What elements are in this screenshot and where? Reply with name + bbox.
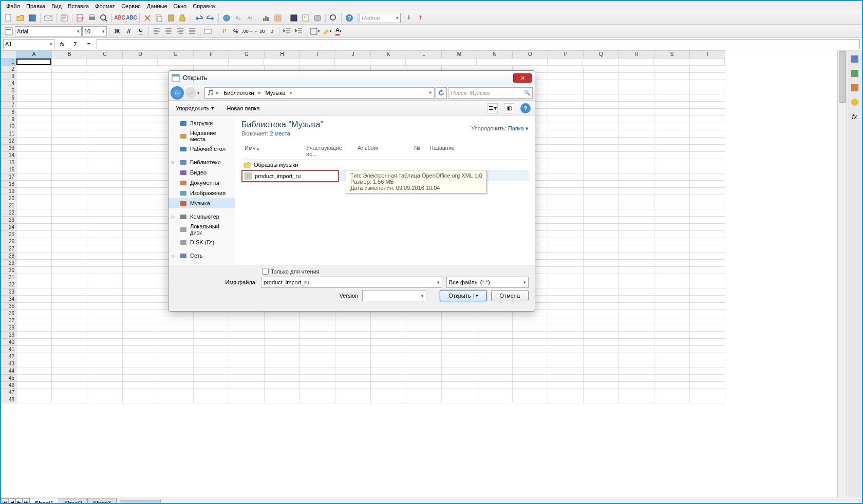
- underline-button[interactable]: Ч: [135, 26, 146, 37]
- cell[interactable]: [123, 181, 158, 188]
- cell[interactable]: [690, 367, 725, 375]
- cell[interactable]: [584, 138, 619, 145]
- cell[interactable]: [87, 310, 123, 317]
- column-header[interactable]: R: [619, 50, 654, 59]
- cell[interactable]: [87, 123, 123, 130]
- cell[interactable]: [619, 209, 654, 217]
- row-header[interactable]: 45: [1, 375, 16, 382]
- open-button[interactable]: Открыть: [440, 290, 486, 301]
- cell[interactable]: [512, 59, 548, 66]
- cell[interactable]: [584, 396, 619, 403]
- cell[interactable]: [123, 80, 158, 87]
- cell[interactable]: [584, 296, 619, 303]
- cell[interactable]: [16, 209, 52, 217]
- font-size-combo[interactable]: 10: [82, 26, 107, 36]
- cell[interactable]: [371, 389, 406, 396]
- cell[interactable]: [477, 382, 513, 389]
- preview-pane-button[interactable]: ◧: [504, 103, 514, 113]
- cell[interactable]: [690, 396, 725, 403]
- cell[interactable]: [16, 94, 52, 102]
- cell[interactable]: [654, 353, 690, 360]
- cell[interactable]: [548, 353, 584, 360]
- cell[interactable]: [513, 346, 548, 353]
- file-item-selected[interactable]: product_import_ru: [241, 170, 339, 182]
- cell[interactable]: [619, 195, 654, 202]
- cell[interactable]: [442, 389, 477, 396]
- row-header[interactable]: 13: [1, 145, 16, 152]
- cell[interactable]: [477, 324, 513, 332]
- cell[interactable]: [406, 59, 441, 66]
- formula-input[interactable]: [97, 39, 860, 49]
- cell[interactable]: [619, 360, 654, 367]
- redo-button[interactable]: [205, 12, 216, 24]
- row-header[interactable]: 4: [1, 80, 16, 87]
- cell[interactable]: [122, 59, 158, 66]
- row-header[interactable]: 8: [1, 109, 16, 116]
- cell[interactable]: [123, 324, 158, 332]
- cell[interactable]: [52, 324, 87, 332]
- cell[interactable]: [619, 324, 654, 332]
- cell[interactable]: [52, 202, 87, 209]
- cell[interactable]: [654, 224, 690, 231]
- close-button[interactable]: ✕: [513, 73, 532, 83]
- cell[interactable]: [619, 145, 654, 152]
- cell[interactable]: [52, 66, 87, 73]
- cell[interactable]: [371, 382, 406, 389]
- cell[interactable]: [584, 288, 619, 296]
- cell[interactable]: [123, 317, 158, 324]
- dialog-help-button[interactable]: ?: [520, 103, 531, 113]
- cell[interactable]: [654, 231, 690, 238]
- row-header[interactable]: 18: [1, 181, 16, 188]
- cell[interactable]: [52, 360, 87, 367]
- export-pdf-button[interactable]: PDF: [74, 12, 86, 24]
- cell[interactable]: [123, 152, 158, 159]
- cell[interactable]: [619, 303, 654, 310]
- cell[interactable]: [584, 217, 619, 224]
- cell[interactable]: [548, 310, 584, 317]
- cell[interactable]: [619, 253, 654, 260]
- cell[interactable]: [477, 332, 513, 339]
- cell[interactable]: [87, 224, 123, 231]
- cell[interactable]: [690, 296, 725, 303]
- cell[interactable]: [158, 346, 194, 353]
- cell[interactable]: [229, 382, 265, 389]
- cell[interactable]: [265, 353, 300, 360]
- cell[interactable]: [619, 116, 654, 123]
- cell[interactable]: [619, 339, 654, 346]
- cell[interactable]: [654, 159, 690, 166]
- cell[interactable]: [690, 224, 725, 231]
- row-header[interactable]: 5: [1, 87, 16, 94]
- row-header[interactable]: 30: [1, 267, 16, 274]
- menu-help[interactable]: Справка: [190, 2, 218, 10]
- row-header[interactable]: 48: [1, 396, 16, 403]
- cell[interactable]: [335, 59, 370, 66]
- cell[interactable]: [123, 195, 158, 202]
- row-header[interactable]: 29: [1, 260, 16, 267]
- cell[interactable]: [335, 375, 371, 382]
- cell[interactable]: [548, 109, 584, 116]
- cell[interactable]: [52, 396, 87, 403]
- save-button[interactable]: [27, 12, 38, 24]
- cell[interactable]: [654, 396, 690, 403]
- cell[interactable]: [123, 123, 158, 130]
- cell[interactable]: [548, 296, 584, 303]
- cell[interactable]: [52, 267, 87, 274]
- cell[interactable]: [690, 195, 725, 202]
- cell[interactable]: [654, 202, 690, 209]
- cell[interactable]: [406, 332, 442, 339]
- cell[interactable]: [548, 317, 584, 324]
- organize-button[interactable]: Упорядочить ▾: [173, 103, 217, 113]
- cell[interactable]: [654, 324, 690, 332]
- cell[interactable]: [442, 360, 477, 367]
- cell[interactable]: [619, 231, 654, 238]
- cell[interactable]: [654, 360, 690, 367]
- cell[interactable]: [52, 94, 87, 102]
- zoom-button[interactable]: [328, 12, 339, 24]
- cell[interactable]: [16, 166, 52, 173]
- cell[interactable]: [619, 152, 654, 159]
- cell[interactable]: [123, 209, 158, 217]
- cell[interactable]: [16, 353, 52, 360]
- cell[interactable]: [87, 281, 123, 288]
- cell[interactable]: [52, 296, 87, 303]
- cell[interactable]: [52, 253, 87, 260]
